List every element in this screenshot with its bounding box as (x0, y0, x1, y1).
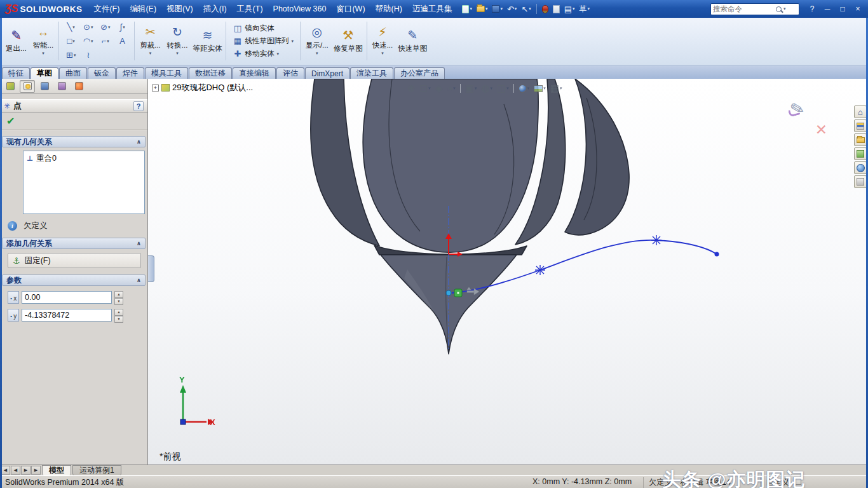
spline-startpoint[interactable] (446, 290, 451, 295)
search-icon[interactable] (776, 6, 782, 12)
linear-sketch-pattern-button[interactable]: ▦ 线性草图阵列 ▾ (231, 36, 295, 46)
help-button[interactable]: ? (804, 3, 820, 15)
custom-units-selector[interactable]: 自定义 (760, 477, 790, 488)
dropdown-caret-icon[interactable]: ▾ (500, 6, 503, 11)
plane-tool-button[interactable]: ⊞▾ (62, 48, 79, 62)
line-tool-button[interactable]: ╲▾ (62, 20, 79, 34)
model-canvas[interactable]: Y X (148, 79, 868, 464)
menu-insert[interactable]: 插入(I) (198, 0, 232, 18)
home-tab[interactable]: ⌂ (854, 105, 867, 118)
help-button[interactable]: ? (133, 101, 144, 111)
view-orientation-button[interactable]: ▣▾ (465, 83, 477, 94)
close-button[interactable]: × (850, 3, 865, 15)
dropdown-caret-icon[interactable]: ▾ (381, 51, 384, 56)
hide-show-items-button[interactable]: ◫▾ (497, 83, 509, 94)
dropdown-caret-icon[interactable]: ▾ (453, 86, 456, 91)
appearances-tab[interactable] (854, 161, 867, 174)
ok-checkmark-button[interactable]: ✔ (6, 115, 15, 127)
cancel-sketch-icon[interactable]: ✕ (815, 121, 827, 139)
text-tool-button[interactable]: A (114, 34, 131, 48)
spline-endpoint[interactable] (715, 252, 719, 257)
file-explorer-tab[interactable] (854, 133, 867, 146)
fix-relation-button[interactable]: ⚓ 固定(F) (8, 253, 141, 268)
dimxpertmanager-tab[interactable] (54, 80, 69, 93)
dropdown-caret-icon[interactable]: ▾ (491, 86, 493, 91)
scroll-first-button[interactable]: ◀ (1, 466, 10, 475)
units-grid-icon[interactable] (793, 477, 801, 485)
rebuild-button[interactable] (541, 4, 550, 14)
dropdown-caret-icon[interactable]: ▾ (42, 51, 44, 56)
dropdown-caret-icon[interactable]: ▾ (573, 6, 575, 11)
repair-sketch-button[interactable]: ⚒ 修复草图 (332, 19, 365, 63)
tab-evaluate[interactable]: 评估 (276, 67, 304, 79)
search-dropdown-icon[interactable]: ▾ (783, 6, 786, 11)
dropdown-caret-icon[interactable]: ▾ (560, 86, 562, 91)
circle-tool-button[interactable]: ⊙▾ (79, 20, 97, 34)
mirror-entities-button[interactable]: ◫ 镜向实体 (231, 23, 295, 34)
displaymanager-tab[interactable] (71, 80, 86, 93)
custom-properties-tab[interactable] (854, 175, 867, 188)
save-button[interactable]: ▾ (491, 4, 504, 13)
zoom-area-button[interactable]: ⊡▾ (420, 83, 431, 94)
menu-help[interactable]: 帮助(H) (370, 0, 407, 18)
graphics-area[interactable]: Y X + 29玫瑰花DHQ (默认... ⊕ ⊡▾ ◈ ◔▾ ▣▾ ◍▾ ◫▾… (148, 79, 868, 464)
tab-direct-editing[interactable]: 直接编辑 (233, 67, 276, 79)
dropdown-caret-icon[interactable]: ▾ (470, 6, 472, 11)
propertymanager-tab[interactable] (20, 80, 35, 93)
open-document-button[interactable]: ▾ (475, 5, 489, 13)
collapse-chevron-icon[interactable]: ∧ (137, 139, 141, 145)
undo-button[interactable]: ↶▾ (506, 4, 518, 14)
collapse-chevron-icon[interactable]: ∧ (137, 240, 141, 247)
rectangle-tool-button[interactable]: □▾ (62, 34, 79, 48)
options-button[interactable] (552, 4, 561, 14)
scroll-last-button[interactable]: ▶ (31, 466, 41, 475)
dropdown-caret-icon[interactable]: ▾ (91, 39, 93, 44)
tab-render-tools[interactable]: 渲染工具 (350, 67, 393, 79)
rapid-sketch-button[interactable]: ✎ 快速草图 (396, 19, 429, 63)
feature-tree-breadcrumb[interactable]: + 29玫瑰花DHQ (默认... (152, 82, 253, 93)
dropdown-caret-icon[interactable]: ▾ (316, 51, 318, 56)
search-input[interactable] (713, 5, 774, 13)
tab-office-products[interactable]: 办公室产品 (394, 67, 445, 79)
smart-dimension-button[interactable]: ↔ 智能... ▾ (30, 19, 57, 63)
dropdown-caret-icon[interactable]: ▾ (74, 53, 76, 58)
spline-asterisk-handle[interactable] (535, 235, 661, 275)
dropdown-caret-icon[interactable]: ▾ (506, 86, 509, 91)
move-entities-button[interactable]: ✚ 移动实体 ▾ (231, 48, 295, 59)
dropdown-caret-icon[interactable]: ▾ (108, 25, 111, 30)
spline-tool-button[interactable]: ∫▾ (114, 20, 131, 34)
command-search[interactable]: ▾ (710, 3, 799, 15)
dropdown-caret-icon[interactable]: ▾ (428, 86, 431, 91)
scroll-left-button[interactable]: ◀ (11, 466, 20, 475)
dropdown-caret-icon[interactable]: ▾ (515, 6, 517, 11)
configurationmanager-tab[interactable] (37, 80, 52, 93)
exit-sketch-confirm-icon[interactable]: ✎ (788, 98, 806, 121)
featuremanager-tab[interactable] (3, 80, 18, 93)
y-spinner[interactable]: ▲▼ (114, 309, 123, 322)
design-library-tab[interactable] (854, 119, 867, 132)
edit-appearance-button[interactable]: ▾ (519, 85, 530, 93)
coincident-relation-badge[interactable] (454, 289, 462, 297)
exit-sketch-button[interactable]: ✎ 退出... (3, 19, 30, 63)
arc-tool-button[interactable]: ◠▾ (79, 34, 97, 48)
quick-snaps-button[interactable]: ⚡ 快速... ▾ (369, 19, 397, 63)
polygon-tool-button[interactable]: ⌐▾ (97, 34, 114, 48)
dropdown-caret-icon[interactable]: ▾ (588, 6, 590, 11)
dropdown-caret-icon[interactable]: ▾ (475, 86, 477, 91)
tab-dimxpert[interactable]: DimXpert (305, 67, 349, 79)
relations-listbox[interactable]: ⊥ 重合0 (23, 151, 145, 214)
section-view-button[interactable]: ◔▾ (447, 83, 456, 94)
spin-up-icon[interactable]: ▲ (114, 291, 123, 298)
dropdown-caret-icon[interactable]: ▾ (291, 39, 294, 44)
display-delete-relations-button[interactable]: ◎ 显示/... ▾ (302, 19, 332, 63)
tab-surfaces[interactable]: 曲面 (59, 67, 87, 79)
dropdown-caret-icon[interactable]: ▾ (485, 6, 488, 11)
relation-list-item[interactable]: ⊥ 重合0 (24, 151, 144, 166)
previous-view-button[interactable]: ◈ (435, 83, 443, 94)
tab-sheet-metal[interactable]: 钣金 (88, 67, 116, 79)
x-spinner[interactable]: ▲▼ (114, 291, 123, 304)
tree-expand-icon[interactable]: + (152, 85, 159, 92)
menu-photoview-360[interactable]: PhotoView 360 (268, 0, 332, 18)
rose-model[interactable] (311, 79, 629, 354)
add-relations-header[interactable]: 添加几何关系 ∧ (2, 238, 146, 249)
